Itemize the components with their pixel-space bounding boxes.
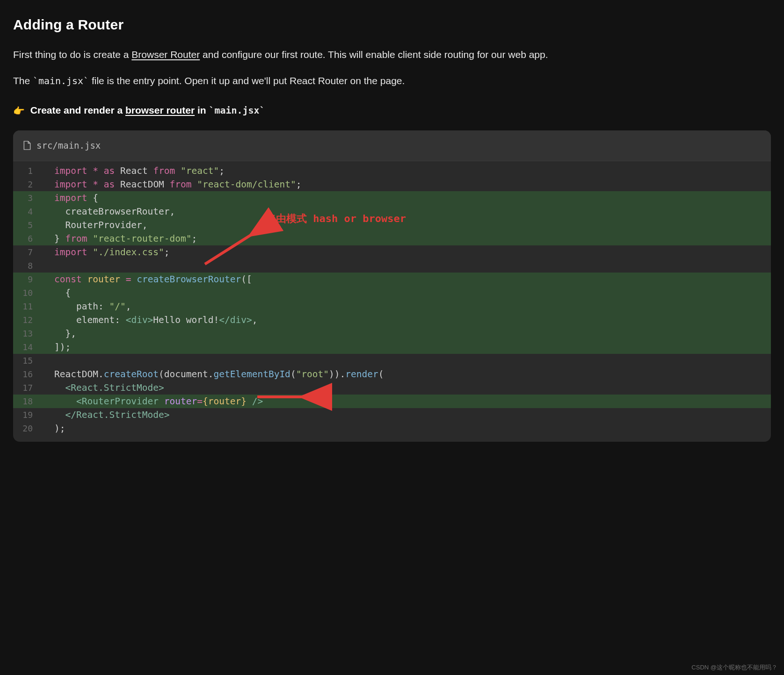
step-mid: in [195, 105, 209, 115]
code-line: 7import "./index.css"; [13, 245, 771, 259]
code-line: 3import { [13, 191, 771, 205]
code-block: src/main.jsx 路由模式 hash or browser 1impor… [13, 130, 771, 442]
step-instruction: 👉 Create and render a browser router in … [13, 103, 771, 118]
code-line: 15 [13, 354, 771, 367]
intro-paragraph: First thing to do is create a Browser Ro… [13, 47, 771, 63]
step-pre: Create and render a [28, 105, 125, 115]
code-line: 16ReactDOM.createRoot(document.getElemen… [13, 367, 771, 381]
code-line: 10 { [13, 286, 771, 300]
code-line: 4 createBrowserRouter, [13, 205, 771, 218]
code-line: 8 [13, 259, 771, 273]
code-line: 9const router = createBrowserRouter([ [13, 273, 771, 286]
code-line: 5 RouterProvider, [13, 218, 771, 232]
code-line: 20); [13, 422, 771, 435]
code-line: 11 path: "/", [13, 300, 771, 313]
code-body: 路由模式 hash or browser 1import * as React … [13, 161, 771, 442]
browser-router-link[interactable]: Browser Router [131, 49, 200, 60]
code-line: 2import * as ReactDOM from "react-dom/cl… [13, 178, 771, 191]
intro-pre: First thing to do is create a [13, 49, 131, 60]
code-line: 18 <RouterProvider router={router} /> [13, 395, 771, 408]
code-line: 14]); [13, 340, 771, 354]
code-line: 13 }, [13, 327, 771, 340]
main-jsx-code-step: `main.jsx` [209, 105, 265, 116]
code-line: 1import * as React from "react"; [13, 164, 771, 178]
main-jsx-code: `main.jsx` [33, 75, 89, 86]
page-heading: Adding a Router [13, 0, 771, 36]
pointing-hand-icon: 👉 [13, 106, 25, 116]
watermark: CSDN @这个昵称也不能用吗？ [691, 663, 777, 672]
para2-pre: The [13, 75, 33, 86]
browser-router-step-link[interactable]: browser router [125, 105, 195, 115]
code-line: 6} from "react-router-dom"; [13, 232, 771, 245]
code-line: 17 <React.StrictMode> [13, 381, 771, 395]
entry-point-paragraph: The `main.jsx` file is the entry point. … [13, 73, 771, 89]
para2-post: file is the entry point. Open it up and … [89, 75, 405, 86]
code-line: 12 element: <div>Hello world!</div>, [13, 313, 771, 327]
file-icon [23, 141, 31, 150]
code-header: src/main.jsx [13, 130, 771, 161]
code-filename: src/main.jsx [36, 139, 101, 152]
intro-post: and configure our first route. This will… [200, 49, 548, 60]
code-line: 19 </React.StrictMode> [13, 408, 771, 422]
